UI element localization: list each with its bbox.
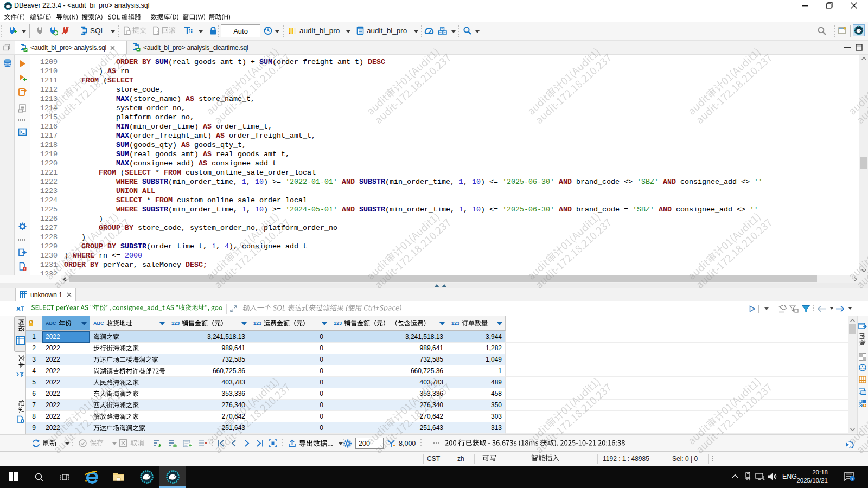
svg-text:1: 1 xyxy=(851,477,854,481)
